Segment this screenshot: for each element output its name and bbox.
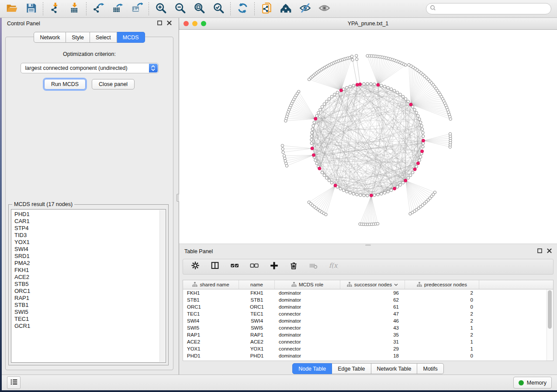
column-header-predecessor-nodes[interactable]: predecessor nodes — [405, 280, 479, 289]
network-graph[interactable] — [179, 30, 557, 244]
result-list-item[interactable]: STB1 — [14, 302, 166, 309]
save-session-button[interactable] — [25, 3, 37, 15]
import-network-button[interactable] — [49, 3, 61, 15]
table-settings-button[interactable] — [190, 261, 201, 272]
toolbar-separator — [86, 2, 86, 15]
result-list-item[interactable]: GCR1 — [14, 323, 166, 330]
optimization-criterion-dropdown[interactable]: largest connected component (undirected) — [21, 63, 159, 73]
column-header-MCDS-role[interactable]: MCDS role — [275, 280, 340, 289]
table-cell: dominator — [275, 331, 340, 338]
table-row[interactable]: SWI5SWI5connector431 — [183, 324, 553, 331]
delete-column-button[interactable] — [289, 261, 299, 272]
network-title: YPA_prune.txt_1 — [348, 21, 389, 27]
export-table-icon — [112, 2, 124, 16]
new-network-from-selection-icon — [261, 2, 273, 16]
table-row[interactable]: ACE2ACE2connector311 — [183, 338, 553, 345]
search-input[interactable] — [426, 3, 551, 14]
result-list-item[interactable]: YOX1 — [14, 239, 166, 246]
memory-button[interactable]: Memory — [513, 377, 552, 389]
table-row[interactable]: STB1STB1dominator620 — [183, 296, 553, 303]
search-text-field[interactable] — [438, 5, 547, 12]
scrollbar-thumb[interactable] — [548, 290, 552, 329]
zoom-in-icon — [155, 2, 167, 16]
result-list-item[interactable]: ORC1 — [14, 288, 166, 295]
mcds-result-list[interactable]: PHD1CAR1STP4TID3YOX1SWI4SRD1PMA2FKH1ACE2… — [11, 209, 166, 363]
table-row[interactable]: YOX1YOX1connector291 — [183, 345, 553, 352]
table-row[interactable]: SWI4SWI4dominator462 — [183, 317, 553, 324]
run-mcds-button[interactable]: Run MCDS — [44, 79, 86, 89]
table-header-row: shared namenameMCDS rolesuccessor nodesp… — [183, 280, 553, 289]
maximize-window-icon[interactable] — [201, 21, 206, 26]
float-panel-icon[interactable] — [537, 248, 542, 254]
export-network-button[interactable] — [92, 3, 104, 15]
add-column-button[interactable] — [269, 261, 280, 272]
tab-mcds[interactable]: MCDS — [117, 32, 145, 43]
select-all-button[interactable] — [230, 261, 240, 272]
zoom-selected-button[interactable] — [212, 3, 225, 15]
table-scrollbar[interactable] — [547, 289, 553, 361]
result-list-scrollbar[interactable] — [159, 210, 165, 362]
float-panel-icon[interactable] — [157, 21, 162, 27]
result-list-item[interactable]: TEC1 — [14, 316, 166, 323]
column-header-shared-name[interactable]: shared name — [183, 280, 239, 289]
result-list-item[interactable]: STP4 — [14, 225, 166, 232]
result-list-item[interactable]: SWI5 — [14, 309, 166, 316]
table-row[interactable]: ORC1ORC1dominator610 — [183, 303, 553, 310]
split-panel-icon — [211, 261, 220, 272]
tab-network-table[interactable]: Network Table — [371, 363, 418, 374]
split-panel-button[interactable] — [210, 261, 221, 272]
table-cell: dominator — [275, 289, 340, 296]
result-list-item[interactable]: RAP1 — [14, 295, 166, 302]
export-image-button[interactable] — [131, 3, 143, 15]
close-panel-icon[interactable] — [547, 248, 552, 254]
result-list-item[interactable]: ACE2 — [14, 274, 166, 281]
table-row[interactable]: FKH1FKH1dominator962 — [183, 289, 553, 296]
close-panel-icon[interactable] — [167, 21, 172, 27]
result-list-item[interactable]: FKH1 — [14, 267, 166, 274]
deselect-all-button[interactable] — [249, 261, 260, 272]
table-row[interactable]: RAP1RAP1dominator352 — [183, 331, 553, 338]
result-list-item[interactable]: PHD1 — [14, 211, 166, 218]
table-cell: 0 — [405, 303, 479, 310]
show-all-button[interactable] — [318, 3, 330, 15]
network-canvas[interactable] — [179, 30, 557, 244]
table-row[interactable]: PHD1PHD1dominator180 — [183, 352, 553, 359]
result-list-item[interactable]: CAR1 — [14, 218, 166, 225]
zoom-in-button[interactable] — [155, 3, 167, 15]
open-session-button[interactable] — [6, 3, 18, 15]
minimize-window-icon[interactable] — [192, 21, 197, 26]
refresh-network-button[interactable] — [236, 3, 249, 15]
export-table-button[interactable] — [111, 3, 124, 15]
result-list-item[interactable]: SRD1 — [14, 253, 166, 260]
tab-style[interactable]: Style — [66, 32, 90, 43]
table-cell: 1 — [405, 324, 479, 331]
result-list-item[interactable]: TID3 — [14, 232, 166, 239]
table-toolbar: f(x) — [183, 259, 554, 275]
panel-menu-button[interactable] — [7, 376, 21, 389]
result-list-item[interactable]: SWI4 — [14, 246, 166, 253]
table-cell: 43 — [340, 324, 405, 331]
zoom-out-button[interactable] — [174, 3, 186, 15]
tab-network[interactable]: Network — [34, 32, 66, 43]
tab-node-table[interactable]: Node Table — [292, 363, 332, 374]
result-list-item[interactable]: STB5 — [14, 281, 166, 288]
hide-selected-button[interactable] — [299, 3, 311, 15]
first-neighbors-button[interactable] — [280, 3, 292, 15]
new-network-from-selection-button[interactable] — [260, 3, 273, 15]
result-list-item[interactable]: PMA2 — [14, 260, 166, 267]
table-cell: STB1 — [239, 296, 275, 303]
column-type-icon — [192, 282, 197, 288]
import-table-button[interactable] — [68, 3, 80, 15]
tab-motifs[interactable]: Motifs — [417, 363, 443, 374]
table-row[interactable]: TEC1TEC1connector472 — [183, 310, 553, 317]
node-table[interactable]: shared namenameMCDS rolesuccessor nodesp… — [183, 280, 554, 361]
network-window-titlebar[interactable]: YPA_prune.txt_1 — [179, 18, 557, 30]
column-header-successor-nodes[interactable]: successor nodes — [340, 280, 405, 289]
close-panel-button[interactable]: Close panel — [92, 79, 135, 89]
column-header-name[interactable]: name — [239, 280, 275, 289]
table-cell: 1 — [405, 345, 479, 352]
tab-select[interactable]: Select — [90, 32, 117, 43]
close-window-icon[interactable] — [183, 21, 189, 26]
zoom-fit-button[interactable] — [193, 3, 205, 15]
tab-edge-table[interactable]: Edge Table — [332, 363, 371, 374]
